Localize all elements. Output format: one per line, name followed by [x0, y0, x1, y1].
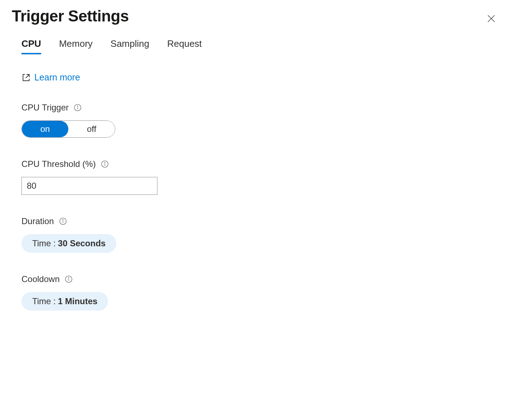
tab-request[interactable]: Request: [167, 38, 202, 54]
svg-point-11: [63, 219, 63, 220]
cpu-trigger-group: CPU Trigger on off: [21, 103, 496, 138]
cpu-trigger-label-row: CPU Trigger: [21, 103, 496, 113]
cooldown-pill-value: 1 Minutes: [58, 296, 98, 306]
duration-label-row: Duration: [21, 216, 496, 226]
info-icon[interactable]: [59, 217, 67, 225]
cooldown-group: Cooldown Time : 1 Minutes: [21, 274, 496, 311]
duration-pill-value: 30 Seconds: [58, 238, 106, 248]
tab-cpu[interactable]: CPU: [21, 38, 41, 54]
cpu-threshold-group: CPU Threshold (%): [21, 159, 496, 195]
cooldown-label-row: Cooldown: [21, 274, 496, 284]
cpu-threshold-label-row: CPU Threshold (%): [21, 159, 496, 169]
info-icon[interactable]: [65, 275, 73, 283]
svg-point-14: [68, 277, 69, 278]
duration-pill[interactable]: Time : 30 Seconds: [21, 234, 116, 253]
cooldown-label: Cooldown: [21, 274, 60, 284]
cpu-threshold-label: CPU Threshold (%): [21, 159, 96, 169]
tab-memory[interactable]: Memory: [59, 38, 93, 54]
toggle-on[interactable]: on: [22, 121, 68, 137]
cpu-trigger-label: CPU Trigger: [21, 103, 69, 113]
close-button[interactable]: [483, 11, 499, 28]
duration-label: Duration: [21, 216, 54, 226]
external-link-icon: [21, 73, 31, 82]
tabs: CPU Memory Sampling Request: [21, 38, 496, 54]
svg-point-8: [104, 162, 105, 163]
info-icon[interactable]: [101, 160, 109, 168]
svg-line-2: [26, 74, 29, 78]
duration-pill-prefix: Time :: [32, 238, 56, 248]
svg-point-5: [77, 106, 78, 106]
cooldown-pill[interactable]: Time : 1 Minutes: [21, 292, 108, 311]
info-icon[interactable]: [74, 104, 82, 112]
cpu-threshold-input[interactable]: [21, 177, 157, 195]
duration-group: Duration Time : 30 Seconds: [21, 216, 496, 253]
learn-more-label: Learn more: [34, 72, 80, 83]
cooldown-pill-prefix: Time :: [32, 296, 56, 306]
cpu-trigger-toggle[interactable]: on off: [21, 120, 115, 138]
learn-more-link[interactable]: Learn more: [21, 72, 80, 83]
close-icon: [486, 14, 496, 24]
tab-sampling[interactable]: Sampling: [111, 38, 149, 54]
page-title: Trigger Settings: [12, 7, 129, 25]
toggle-off[interactable]: off: [68, 121, 115, 137]
